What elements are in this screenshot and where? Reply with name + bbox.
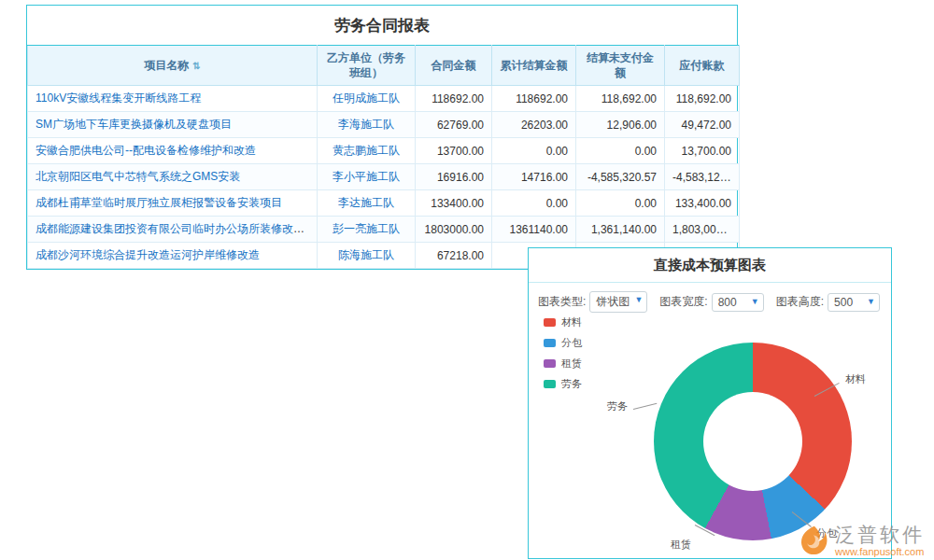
chart-type-value: 饼状图 [596, 295, 630, 308]
column-header-contract-amount: 合同金额 [416, 46, 492, 86]
donut-chart-wrap [654, 343, 852, 540]
column-header-project[interactable]: 项目名称⇅ [28, 46, 318, 86]
fanpu-logo-icon [798, 525, 829, 558]
cell-payable-amount: 133,400.00 [665, 190, 740, 217]
team-link[interactable]: 李达施工队 [338, 196, 394, 209]
cell-settled-amount: 0.00 [492, 138, 576, 164]
legend-label: 材料 [561, 315, 582, 329]
cell-contract-amount: 118692.00 [416, 86, 492, 112]
table-header-row: 项目名称⇅ 乙方单位（劳务班组） 合同金额 累计结算金额 结算未支付金额 应付账… [28, 46, 740, 86]
contracts-table: 项目名称⇅ 乙方单位（劳务班组） 合同金额 累计结算金额 结算未支付金额 应付账… [27, 45, 740, 269]
chart-controls: 图表类型: 饼状图 ▼ 图表宽度: 800 ▼ 图表高度: 500 ▼ [529, 283, 891, 316]
cell-payable-amount: 13,700.00 [665, 138, 740, 164]
column-header-payable: 应付账款 [665, 46, 740, 86]
legend-label: 分包 [561, 336, 582, 350]
project-link[interactable]: 成都杜甫草堂临时展厅独立展柜报警设备安装项目 [35, 196, 282, 209]
team-link[interactable]: 李海施工队 [338, 118, 394, 131]
table-row[interactable]: SM广场地下车库更换摄像机及硬盘项目 李海施工队 62769.00 26203.… [28, 112, 740, 138]
legend-swatch [544, 380, 556, 388]
project-link[interactable]: SM广场地下车库更换摄像机及硬盘项目 [35, 118, 232, 131]
column-header-settled-amount: 累计结算金额 [492, 46, 576, 86]
project-link[interactable]: 110kV安徽线程集变开断线路工程 [35, 91, 201, 105]
cell-contract-amount: 13700.00 [416, 138, 492, 164]
team-link[interactable]: 任明成施工队 [333, 91, 400, 105]
cell-unpaid-amount: 0.00 [576, 138, 665, 164]
chart-type-label: 图表类型: [538, 294, 586, 310]
watermark-brand: 泛普软件 [835, 524, 925, 546]
chart-type-select[interactable]: 饼状图 ▼ [589, 291, 647, 313]
legend-item-subcontract[interactable]: 分包 [544, 336, 582, 350]
cell-contract-amount: 133400.00 [416, 190, 492, 217]
callout-material: 材料 [845, 372, 866, 386]
cell-unpaid-amount: 118,692.00 [576, 86, 665, 112]
table-row[interactable]: 110kV安徽线程集变开断线路工程 任明成施工队 118692.00 11869… [28, 86, 740, 112]
chart-width-select[interactable]: 800 ▼ [712, 293, 764, 312]
project-link[interactable]: 安徽合肥供电公司--配电设备检修维护和改造 [35, 144, 256, 157]
project-link[interactable]: 成都能源建设集团投资有限公司临时办公场所装修改造工程EPC [35, 222, 318, 235]
legend-item-material[interactable]: 材料 [544, 315, 582, 329]
legend-swatch [544, 359, 556, 368]
cell-contract-amount: 62769.00 [416, 112, 492, 138]
chevron-down-icon: ▼ [634, 295, 643, 304]
team-link[interactable]: 黄志鹏施工队 [333, 144, 400, 157]
table-row[interactable]: 成都杜甫草堂临时展厅独立展柜报警设备安装项目 李达施工队 133400.00 0… [28, 190, 740, 217]
cell-unpaid-amount: -4,585,320.57 [576, 164, 665, 190]
labor-contract-report-panel: 劳务合同报表 项目名称⇅ 乙方单位（劳务班组） 合同金额 累计结算金额 结算未支… [26, 5, 738, 270]
cell-payable-amount: -4,583,120.57 [665, 164, 740, 190]
cell-contract-amount: 16916.00 [416, 164, 492, 190]
cell-contract-amount: 67218.00 [416, 243, 492, 269]
table-row[interactable]: 安徽合肥供电公司--配电设备检修维护和改造 黄志鹏施工队 13700.00 0.… [28, 138, 740, 164]
cell-unpaid-amount: 12,906.00 [576, 112, 665, 138]
chart-height-label: 图表高度: [776, 294, 824, 310]
watermark-url: www.fanpusoft.com [835, 546, 925, 558]
cell-settled-amount: 0.00 [492, 190, 576, 217]
sort-icon[interactable]: ⇅ [192, 61, 200, 71]
chart-width-value: 800 [718, 296, 737, 309]
chart-legend: 材料 分包 租赁 劳务 [544, 315, 582, 391]
cell-unpaid-amount: 0.00 [576, 190, 665, 217]
cell-contract-amount: 1803000.00 [416, 217, 492, 243]
legend-label: 劳务 [561, 377, 582, 391]
cell-settled-amount: 14716.00 [492, 164, 576, 190]
table-row[interactable]: 成都能源建设集团投资有限公司临时办公场所装修改造工程EPC 彭一亮施工队 180… [28, 217, 740, 243]
chart-title: 直接成本预算图表 [529, 248, 891, 283]
cell-payable-amount: 1,803,000.00 [665, 217, 740, 243]
chevron-down-icon: ▼ [751, 297, 759, 306]
column-header-team: 乙方单位（劳务班组） [318, 46, 416, 86]
watermark: 泛普软件 www.fanpusoft.com [798, 524, 925, 558]
column-header-project-label: 项目名称 [144, 59, 189, 72]
cell-settled-amount: 1361140.00 [492, 217, 576, 243]
legend-swatch [544, 318, 556, 327]
chart-height-select[interactable]: 500 ▼ [828, 293, 880, 312]
column-header-unpaid-amount: 结算未支付金额 [576, 46, 665, 86]
callout-labor: 劳务 [607, 399, 628, 413]
legend-item-lease[interactable]: 租赁 [544, 357, 582, 371]
donut-hole [703, 392, 802, 491]
team-link[interactable]: 李小平施工队 [333, 170, 400, 183]
cost-budget-chart-panel: 直接成本预算图表 图表类型: 饼状图 ▼ 图表宽度: 800 ▼ 图表高度: 5… [528, 247, 892, 559]
cell-settled-amount: 26203.00 [492, 112, 576, 138]
legend-label: 租赁 [561, 357, 582, 371]
report-title: 劳务合同报表 [27, 6, 737, 45]
team-link[interactable]: 彭一亮施工队 [333, 222, 400, 235]
cell-payable-amount: 49,472.00 [665, 112, 740, 138]
project-link[interactable]: 成都沙河环境综合提升改造运河护岸维修改造 [35, 248, 260, 261]
cell-unpaid-amount: 1,361,140.00 [576, 217, 665, 243]
callout-lease: 租赁 [671, 538, 691, 552]
legend-item-labor[interactable]: 劳务 [544, 377, 582, 391]
project-link[interactable]: 北京朝阳区电气中芯特气系统之GMS安装 [35, 170, 240, 183]
table-row[interactable]: 北京朝阳区电气中芯特气系统之GMS安装 李小平施工队 16916.00 1471… [28, 164, 740, 190]
chevron-down-icon: ▼ [867, 297, 875, 306]
team-link[interactable]: 陈海施工队 [338, 248, 394, 261]
cell-payable-amount: 118,692.00 [665, 86, 740, 112]
cell-settled-amount: 118692.00 [492, 86, 576, 112]
chart-width-label: 图表宽度: [659, 294, 707, 310]
chart-height-value: 500 [834, 296, 853, 309]
legend-swatch [544, 339, 556, 347]
